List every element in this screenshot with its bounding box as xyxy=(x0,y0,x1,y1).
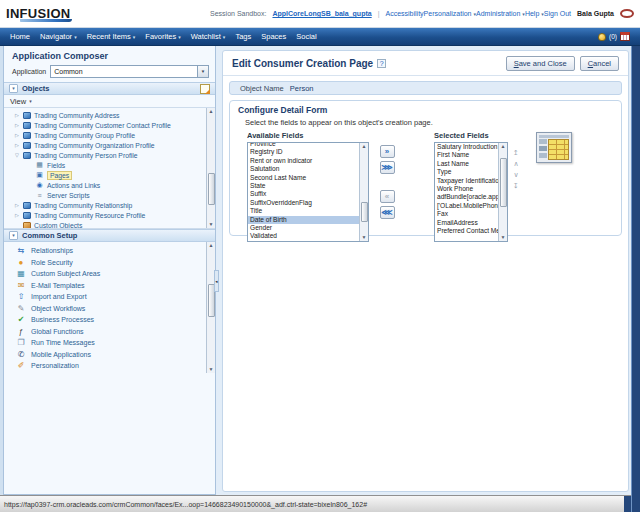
tree-node-trading-community-customer-contact-profile[interactable]: ▷Trading Community Customer Contact Prof… xyxy=(4,120,215,130)
tree-node-trading-community-relationship[interactable]: ▷Trading Community Relationship xyxy=(4,200,215,210)
list-option[interactable]: Second Last Name xyxy=(248,174,359,182)
list-option[interactable]: First Name xyxy=(435,151,498,159)
nav-item-spaces[interactable]: Spaces xyxy=(261,32,286,41)
list-option[interactable]: SuffixOverriddenFlag xyxy=(248,199,359,207)
common-setup-section-header[interactable]: ▾ Common Setup xyxy=(4,229,215,242)
tree-node-trading-community-group-profile[interactable]: ▷Trading Community Group Profile xyxy=(4,130,215,140)
list-option[interactable]: Salutary Introduction xyxy=(435,143,498,151)
setup-item-business-processes[interactable]: ✔Business Processes xyxy=(4,314,215,326)
collapsed-arrow-icon[interactable]: ▷ xyxy=(14,112,20,118)
scroll-up-icon[interactable]: ▲ xyxy=(209,243,214,248)
header-link-administration[interactable]: Administration▾ xyxy=(476,10,525,17)
objects-section-header[interactable]: ▾ Objects xyxy=(4,82,215,95)
nav-item-social[interactable]: Social xyxy=(296,32,316,41)
move-to-top-button[interactable]: ↥ xyxy=(513,149,519,156)
scroll-down-icon[interactable]: ▼ xyxy=(209,367,214,372)
cancel-button[interactable]: Cancel xyxy=(580,56,619,71)
remove-button[interactable]: « xyxy=(380,190,395,203)
list-option[interactable]: adfBundle[oracle.apps.customerCenter.app xyxy=(435,193,498,201)
collapse-icon[interactable]: ▾ xyxy=(9,231,18,240)
scrollbar-thumb[interactable] xyxy=(208,173,215,205)
setup-item-global-functions[interactable]: ƒGlobal Functions xyxy=(4,326,215,338)
list-option[interactable]: Taxpayer Identification Number xyxy=(435,177,498,185)
list-option[interactable]: Suffix xyxy=(248,190,359,198)
nav-item-recent-items[interactable]: Recent Items▾ xyxy=(87,32,136,41)
header-link-personalization[interactable]: Personalization▾ xyxy=(424,10,476,17)
collapsed-arrow-icon[interactable]: ▷ xyxy=(14,122,20,128)
tree-child-server-scripts[interactable]: ≡Server Scripts xyxy=(4,190,215,200)
tree-child-fields[interactable]: ▦Fields xyxy=(4,160,215,170)
list-option[interactable]: EmailAddress xyxy=(435,219,498,227)
collapsed-arrow-icon[interactable]: ▷ xyxy=(14,212,20,218)
list-option[interactable]: ['OLabel.MobilePhone.MobilePhoneNumber'] xyxy=(435,202,498,210)
move-down-button[interactable]: ∨ xyxy=(513,171,518,178)
tree-node-trading-community-organization-profile[interactable]: ▷Trading Community Organization Profile xyxy=(4,140,215,150)
header-link-sign-out[interactable]: Sign Out xyxy=(544,10,571,17)
setup-item-relationships[interactable]: ⇆Relationships xyxy=(4,245,215,257)
move-all-button[interactable]: ⋙ xyxy=(380,161,395,174)
tree-node-trading-community-person-profile[interactable]: ▽Trading Community Person Profile xyxy=(4,150,215,160)
scroll-up-icon[interactable]: ▲ xyxy=(209,109,214,114)
available-scrollbar[interactable]: ▲ ▼ xyxy=(359,143,368,241)
edit-note-icon[interactable] xyxy=(200,84,210,94)
scroll-down-icon[interactable]: ▼ xyxy=(209,222,214,227)
remove-all-button[interactable]: ⋘ xyxy=(380,206,395,219)
nav-item-navigator[interactable]: Navigator▾ xyxy=(40,32,77,41)
tree-child-pages[interactable]: ▣Pages xyxy=(4,170,215,180)
setup-item-personalization[interactable]: ✐Personalization xyxy=(4,360,215,372)
tree-node-trading-community-address[interactable]: ▷Trading Community Address xyxy=(4,110,215,120)
list-option[interactable]: Salutation xyxy=(248,165,359,173)
help-icon[interactable]: ? xyxy=(377,59,386,68)
move-to-bottom-button[interactable]: ↧ xyxy=(513,182,519,189)
move-button[interactable]: » xyxy=(380,145,395,158)
list-option[interactable]: State xyxy=(248,182,359,190)
list-option[interactable]: Title xyxy=(248,207,359,215)
list-option[interactable]: Gender xyxy=(248,224,359,232)
selected-fields-listbox[interactable]: Salutary IntroductionFirst NameLast Name… xyxy=(434,142,508,242)
list-option[interactable]: Validated xyxy=(248,232,359,238)
collapse-icon[interactable]: ▾ xyxy=(9,84,18,93)
setup-item-e-mail-templates[interactable]: ✉E-Mail Templates xyxy=(4,280,215,292)
available-fields-listbox[interactable]: ProvinceRegistry IDRent or own indicator… xyxy=(247,142,369,242)
scroll-up-icon[interactable]: ▲ xyxy=(501,144,506,149)
scroll-down-icon[interactable]: ▼ xyxy=(501,235,506,240)
list-option[interactable]: Rent or own indicator xyxy=(248,157,359,165)
tree-scrollbar[interactable]: ▲ ▼ xyxy=(206,108,215,228)
move-up-button[interactable]: ∧ xyxy=(513,160,518,167)
header-link-accessibility[interactable]: Accessibility xyxy=(385,10,423,17)
list-option[interactable]: Registry ID xyxy=(248,148,359,156)
scrollbar-thumb[interactable] xyxy=(361,202,368,222)
expanded-arrow-icon[interactable]: ▽ xyxy=(14,152,20,158)
setup-scrollbar[interactable]: ▲ ▼ xyxy=(206,242,215,373)
select-dropdown-icon[interactable]: ▼ xyxy=(197,66,208,77)
list-option[interactable]: Date of Birth xyxy=(248,216,359,224)
list-option[interactable]: Fax xyxy=(435,210,498,218)
tree-child-actions-and-links[interactable]: ◉Actions and Links xyxy=(4,180,215,190)
setup-item-mobile-applications[interactable]: ✆Mobile Applications xyxy=(4,349,215,361)
setup-item-object-workflows[interactable]: ✎Object Workflows xyxy=(4,303,215,315)
collapsed-arrow-icon[interactable]: ▷ xyxy=(14,202,20,208)
nav-item-tags[interactable]: Tags xyxy=(235,32,251,41)
nav-item-favorites[interactable]: Favorites▾ xyxy=(145,32,180,41)
nav-item-home[interactable]: Home xyxy=(10,32,30,41)
notifications-bell-icon[interactable] xyxy=(598,33,606,41)
nav-item-watchlist[interactable]: Watchlist▾ xyxy=(191,32,226,41)
view-menu[interactable]: View ▾ xyxy=(4,95,215,108)
session-sandbox-link[interactable]: ApplCoreLongSB_bala_gupta xyxy=(272,10,371,17)
setup-item-import-and-export[interactable]: ⇧Import and Export xyxy=(4,291,215,303)
collapsed-arrow-icon[interactable]: ▷ xyxy=(14,132,20,138)
list-option[interactable]: Last Name xyxy=(435,160,498,168)
scroll-up-icon[interactable]: ▲ xyxy=(362,144,367,149)
calendar-icon[interactable] xyxy=(620,32,630,41)
setup-item-run-time-messages[interactable]: ❐Run Time Messages xyxy=(4,337,215,349)
scroll-down-icon[interactable]: ▼ xyxy=(362,235,367,240)
setup-item-custom-subject-areas[interactable]: ▦Custom Subject Areas xyxy=(4,268,215,280)
scrollbar-thumb[interactable] xyxy=(500,158,507,207)
selected-scrollbar[interactable]: ▲ ▼ xyxy=(498,143,507,241)
tree-node-trading-community-resource-profile[interactable]: ▷Trading Community Resource Profile xyxy=(4,210,215,220)
list-option[interactable]: Preferred Contact Method xyxy=(435,227,498,235)
header-link-help[interactable]: Help▾ xyxy=(525,10,544,17)
application-select[interactable]: Common ▼ xyxy=(50,65,209,78)
list-option[interactable]: Work Phone xyxy=(435,185,498,193)
tree-node-custom-objects[interactable]: Custom Objects xyxy=(4,220,215,229)
